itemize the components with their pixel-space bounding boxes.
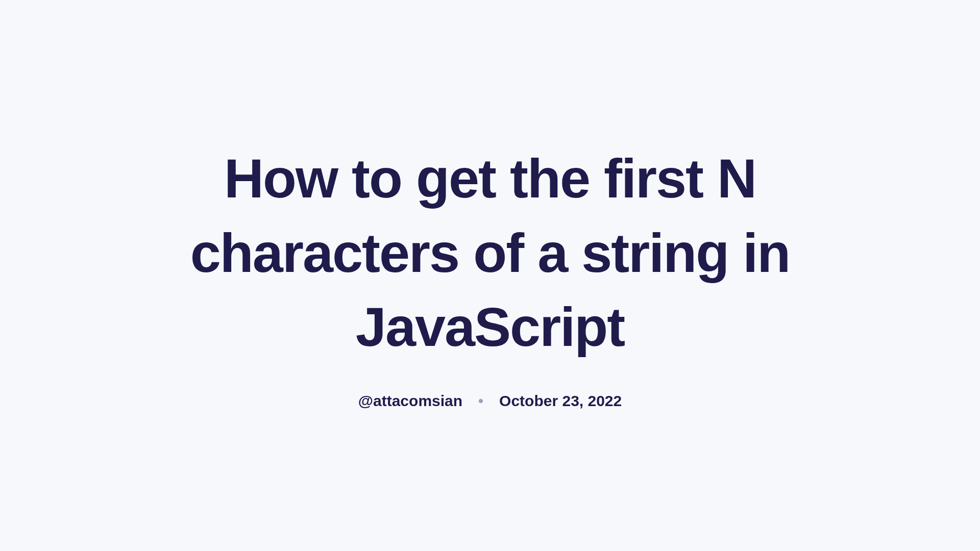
article-cover: How to get the first N characters of a s… (133, 141, 847, 410)
publish-date: October 23, 2022 (499, 392, 622, 410)
separator-dot-icon (479, 399, 483, 403)
article-title: How to get the first N characters of a s… (153, 141, 827, 364)
author-handle: @attacomsian (358, 392, 462, 410)
article-meta: @attacomsian October 23, 2022 (358, 392, 622, 410)
